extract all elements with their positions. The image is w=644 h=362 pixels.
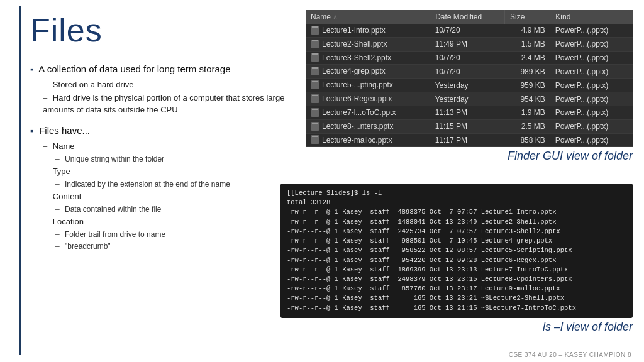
sub-location-breadcrumb: "breadcrumb" [55, 241, 301, 252]
file-name-cell: Lecture6-Regex.pptx [306, 92, 430, 106]
file-name-cell: Lecture7-l...oToC.pptx [306, 106, 430, 119]
left-content: A collection of data used for long term … [30, 63, 301, 253]
col-name: Name ∧ [306, 10, 430, 24]
file-kind-cell: PowerP...(.pptx) [550, 65, 633, 79]
file-icon [311, 94, 319, 103]
file-icon [311, 53, 319, 62]
bullet-1: A collection of data used for long term … [30, 63, 301, 75]
file-size-cell: 959 KB [505, 79, 550, 92]
sub-stored: Stored on a hard drive [43, 79, 301, 90]
file-size-cell: 1.5 MB [505, 37, 550, 51]
file-size-cell: 2.4 MB [505, 51, 550, 65]
file-icon [311, 80, 319, 89]
sub-content: Content [43, 191, 301, 202]
file-date-cell: 11:49 PM [430, 37, 505, 51]
table-row: Lecture3-Shell2.pptx10/7/202.4 MBPowerP.… [306, 51, 633, 65]
file-date-cell: Yesterday [430, 79, 505, 92]
file-date-cell: 10/7/20 [430, 65, 505, 79]
file-icon [311, 108, 319, 117]
table-row: Lecture4-grep.pptx10/7/20989 KBPowerP...… [306, 65, 633, 79]
file-icon [311, 26, 319, 35]
sub-hard-drive: Hard drive is the physical portion of a … [43, 92, 301, 115]
file-size-cell: 858 KB [505, 133, 550, 147]
file-kind-cell: PowerP...(.pptx) [550, 92, 633, 106]
file-icon [311, 135, 319, 144]
file-size-cell: 989 KB [505, 65, 550, 79]
table-row: Lecture9-malloc.pptx11:17 PM858 KBPowerP… [306, 133, 633, 147]
file-name-cell: Lecture5-...pting.pptx [306, 79, 430, 92]
sub-type: Type [43, 166, 301, 177]
sub-name: Name [43, 141, 301, 152]
file-icon [311, 122, 319, 131]
file-name-cell: Lecture8-...nters.pptx [306, 119, 430, 133]
file-kind-cell: PowerP...(.pptx) [550, 106, 633, 119]
terminal-container: [[Lecture Slides]$ ls -l total 33128 -rw… [280, 184, 633, 334]
terminal-caption: ls –l view of folder [280, 321, 633, 334]
sub-name-detail: Unique string within the folder [55, 154, 301, 165]
file-kind-cell: PowerP...(.pptx) [550, 37, 633, 51]
table-row: Lecture6-Regex.pptxYesterday954 KBPowerP… [306, 92, 633, 106]
file-name-cell: Lecture3-Shell2.pptx [306, 51, 430, 65]
file-icon [311, 67, 319, 75]
file-kind-cell: PowerP...(.pptx) [550, 119, 633, 133]
file-date-cell: 11:17 PM [430, 133, 505, 147]
sub-content-detail: Data contained within the file [55, 204, 301, 215]
file-name-cell: Lecture9-malloc.pptx [306, 133, 430, 147]
file-name-cell: Lecture4-grep.pptx [306, 65, 430, 79]
terminal-output: [[Lecture Slides]$ ls -l total 33128 -rw… [280, 184, 633, 318]
file-icon [311, 40, 319, 48]
file-kind-cell: PowerP...(.pptx) [550, 51, 633, 65]
sub-type-detail: Indicated by the extension at the end of… [55, 179, 301, 190]
bullet-2: Files have... [30, 124, 301, 137]
accent-bar [19, 6, 21, 355]
table-row: Lecture7-l...oToC.pptx11:13 PM1.9 MBPowe… [306, 106, 633, 119]
file-date-cell: 11:13 PM [430, 106, 505, 119]
file-size-cell: 4.9 MB [505, 24, 550, 37]
table-row: Lecture1-Intro.pptx10/7/204.9 MBPowerP..… [306, 24, 633, 37]
table-row: Lecture5-...pting.pptxYesterday959 KBPow… [306, 79, 633, 92]
file-date-cell: 11:15 PM [430, 119, 505, 133]
file-kind-cell: PowerP...(.pptx) [550, 24, 633, 37]
file-kind-cell: PowerP...(.pptx) [550, 133, 633, 147]
footer-text: CSE 374 AU 20 – KASEY CHAMPION 8 [509, 351, 631, 358]
file-name-cell: Lecture2-Shell.pptx [306, 37, 430, 51]
file-size-cell: 1.9 MB [505, 106, 550, 119]
file-date-cell: 10/7/20 [430, 24, 505, 37]
sub-location-trail: Folder trail from drive to name [55, 229, 301, 240]
file-kind-cell: PowerP...(.pptx) [550, 79, 633, 92]
finder-table: Name ∧ Date Modified Size Kind Lecture1-… [306, 10, 633, 147]
finder-container: Name ∧ Date Modified Size Kind Lecture1-… [306, 10, 633, 163]
file-size-cell: 954 KB [505, 92, 550, 106]
col-date: Date Modified [430, 10, 505, 24]
finder-caption: Finder GUI view of folder [306, 150, 633, 163]
page-title: Files [30, 11, 103, 49]
table-row: Lecture8-...nters.pptx11:15 PM2.5 MBPowe… [306, 119, 633, 133]
col-size: Size [505, 10, 550, 24]
table-row: Lecture2-Shell.pptx11:49 PM1.5 MBPowerP.… [306, 37, 633, 51]
file-size-cell: 2.5 MB [505, 119, 550, 133]
col-kind: Kind [550, 10, 633, 24]
file-date-cell: 10/7/20 [430, 51, 505, 65]
file-name-cell: Lecture1-Intro.pptx [306, 24, 430, 37]
file-date-cell: Yesterday [430, 92, 505, 106]
sort-arrow: ∧ [333, 13, 338, 21]
sub-location: Location [43, 216, 301, 228]
